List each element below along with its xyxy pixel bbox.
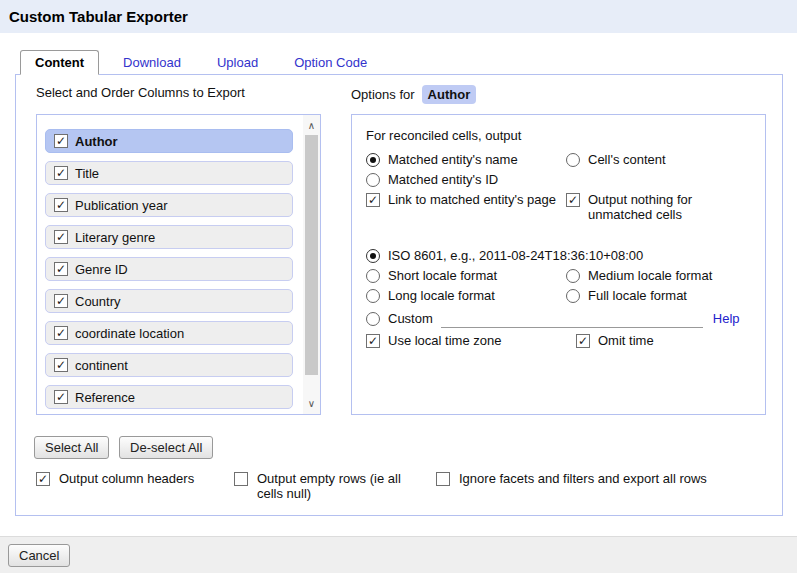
checkbox-ignore-facets[interactable]: Ignore facets and filters and export all… [436,472,707,501]
list-item[interactable]: Author [45,129,293,153]
list-item[interactable]: Country [45,289,293,313]
column-checkbox[interactable] [54,134,68,148]
checkbox-icon[interactable] [436,472,450,486]
radio-label: Cell's content [588,152,666,167]
radio-label: Medium locale format [588,268,712,283]
dialog-footer: Cancel [0,536,797,573]
checkbox-label: Omit time [598,333,654,348]
checkbox-output-nothing-unmatched[interactable]: Output nothing for unmatched cells [566,193,751,222]
column-checkbox[interactable] [54,390,68,404]
column-checkbox[interactable] [54,262,68,276]
list-item[interactable]: Publication year [45,193,293,217]
cancel-button[interactable]: Cancel [8,544,70,567]
radio-label: Long locale format [388,288,495,303]
checkbox-label: Link to matched entity's page [388,192,556,207]
scroll-up-icon[interactable]: ∧ [303,117,320,134]
checkbox-omit-time[interactable]: Omit time [576,334,654,348]
checkbox-link-matched-page[interactable]: Link to matched entity's page [366,193,566,207]
radio-label: Full locale format [588,288,687,303]
radio-medium-locale[interactable]: Medium locale format [566,269,712,283]
scroll-down-icon[interactable]: ∨ [303,395,320,412]
radio-short-locale[interactable]: Short locale format [366,269,566,283]
radio-icon[interactable] [366,249,380,263]
radio-full-locale[interactable]: Full locale format [566,289,687,303]
list-item[interactable]: Literary genre [45,225,293,249]
list-item[interactable]: Genre ID [45,257,293,281]
dialog-body: Content Download Upload Option Code Sele… [0,33,797,517]
tab-content[interactable]: Content [20,50,99,75]
radio-icon[interactable] [366,289,380,303]
checkbox-icon[interactable] [36,472,50,486]
radio-icon[interactable] [366,173,380,187]
radio-icon[interactable] [566,289,580,303]
options-section: Options for Author For reconciled cells,… [351,85,766,415]
checkbox-icon[interactable] [366,334,380,348]
reconcile-radio-row-2: Matched entity's ID [366,173,751,187]
tab-option-code[interactable]: Option Code [282,51,379,74]
deselect-all-button[interactable]: De-select All [119,436,213,459]
list-item[interactable]: continent [45,353,293,377]
checkbox-icon[interactable] [576,334,590,348]
list-scrollbar[interactable]: ∧ ∨ [303,115,320,414]
column-label: Reference [75,390,135,405]
list-item[interactable]: coordinate location [45,321,293,345]
radio-icon[interactable] [566,269,580,283]
custom-format-input[interactable] [441,309,703,328]
list-item[interactable]: Reference [45,385,293,409]
radio-iso-8601[interactable]: ISO 8601, e.g., 2011-08-24T18:36:10+08:0… [366,249,643,263]
dialog-title: Custom Tabular Exporter [9,8,188,25]
radio-label: Matched entity's name [388,152,518,167]
date-radio-row-long-full: Long locale format Full locale format [366,289,751,303]
date-format-group: ISO 8601, e.g., 2011-08-24T18:36:10+08:0… [366,249,751,348]
options-heading: Options for Author [351,85,766,104]
column-checkbox[interactable] [54,230,68,244]
radio-icon[interactable] [366,312,380,326]
tab-download[interactable]: Download [111,51,193,74]
radio-custom-format[interactable]: Custom [366,312,433,326]
column-checkbox[interactable] [54,326,68,340]
radio-matched-entity-name[interactable]: Matched entity's name [366,153,566,167]
radio-label: Custom [388,311,433,326]
radio-matched-entity-id[interactable]: Matched entity's ID [366,173,566,187]
date-radio-row-custom: Custom Help [366,309,751,328]
checkbox-icon[interactable] [366,193,380,207]
radio-long-locale[interactable]: Long locale format [366,289,566,303]
checkbox-use-local-timezone[interactable]: Use local time zone [366,334,576,348]
column-label: Country [75,294,121,309]
row-options: Output column headers Output empty rows … [36,472,782,501]
column-label: Author [75,134,118,149]
columns-heading: Select and Order Columns to Export [36,85,321,104]
column-list-items: Author Title Publication year [37,115,303,414]
column-checkbox[interactable] [54,358,68,372]
columns-section: Select and Order Columns to Export Autho… [36,85,321,415]
options-heading-text: Options for [351,87,415,102]
help-link[interactable]: Help [713,311,740,326]
checkbox-icon[interactable] [566,193,580,207]
column-checkbox[interactable] [54,198,68,212]
column-label: coordinate location [75,326,184,341]
checkbox-label: Output column headers [59,471,194,486]
column-label: Publication year [75,198,168,213]
column-checkbox[interactable] [54,294,68,308]
checkbox-label: Output empty rows (ie all cells null) [257,471,409,501]
column-checkbox[interactable] [54,166,68,180]
checkbox-label: Output nothing for unmatched cells [588,192,751,222]
radio-label: Matched entity's ID [388,172,498,187]
scrollbar-thumb[interactable] [305,135,318,375]
tab-upload[interactable]: Upload [205,51,270,74]
list-item[interactable]: Title [45,161,293,185]
column-label: Literary genre [75,230,155,245]
checkbox-icon[interactable] [234,472,248,486]
checkbox-output-empty-rows[interactable]: Output empty rows (ie all cells null) [234,472,436,501]
radio-icon[interactable] [566,153,580,167]
checkbox-output-column-headers[interactable]: Output column headers [36,472,234,501]
custom-tabular-exporter-dialog: Custom Tabular Exporter Content Download… [0,0,797,573]
radio-cells-content[interactable]: Cell's content [566,153,666,167]
radio-icon[interactable] [366,269,380,283]
content-tab-panel: Select and Order Columns to Export Autho… [15,74,783,516]
checkbox-label: Use local time zone [388,333,501,348]
reconcile-checkbox-row: Link to matched entity's page Output not… [366,193,751,222]
tab-bar: Content Download Upload Option Code [20,50,783,74]
select-all-button[interactable]: Select All [34,436,109,459]
radio-icon[interactable] [366,153,380,167]
